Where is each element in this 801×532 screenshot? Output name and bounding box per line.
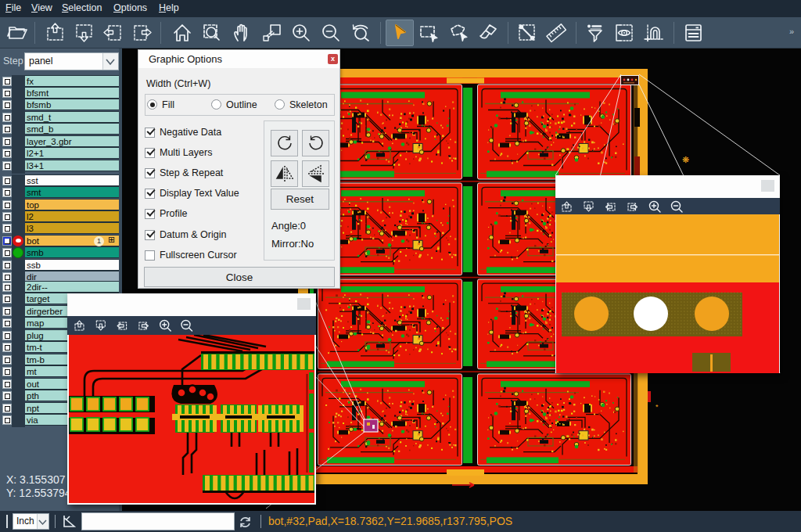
svg-text:*: *	[656, 403, 659, 411]
svg-text:❋: ❋	[682, 155, 689, 164]
